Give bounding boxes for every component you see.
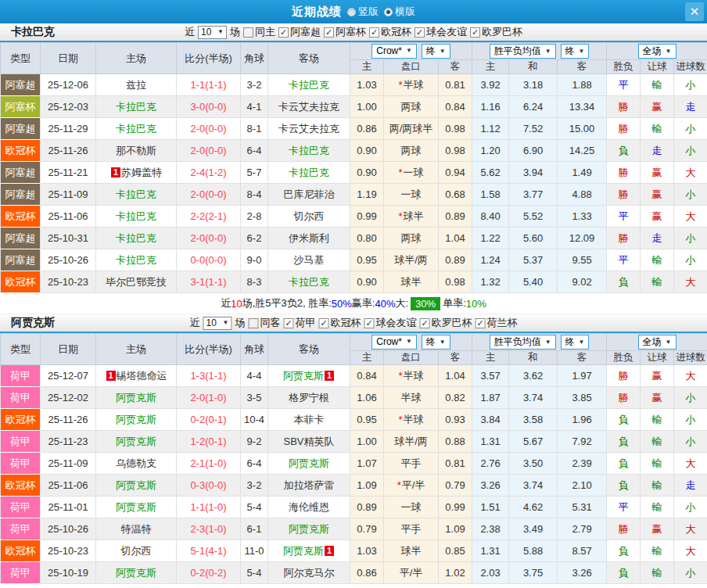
league-type-cell: 阿塞超 <box>1 184 41 206</box>
odds-source-dropdown[interactable]: 终▼ <box>561 335 590 350</box>
odds-source-dropdown[interactable]: Crow*▼ <box>371 44 417 59</box>
recent-count-select[interactable]: 10▼ <box>198 26 227 39</box>
odds-dropdown-group: 胜平负均值▼终▼ <box>472 334 607 351</box>
half-time-score: (1-0) <box>205 392 226 403</box>
odds-source-dropdown[interactable]: Crow*▼ <box>371 335 417 350</box>
corner-cell: 3-5 <box>241 387 268 409</box>
sub-column-header: 客 <box>558 60 607 74</box>
home-team-cell: 兹拉 <box>96 74 177 96</box>
handicap-cell: 平/半 <box>384 562 439 584</box>
crow-away-odds: 0.89 <box>439 206 472 228</box>
league-type-cell: 阿塞杯 <box>1 96 41 118</box>
corner-cell: 3-2 <box>241 475 268 497</box>
result-cell: 負 <box>607 409 641 431</box>
league-filter-checkbox[interactable]: ✓欧冠杯 <box>319 316 361 330</box>
league-filter-checkbox[interactable]: ✓球会友谊 <box>364 316 417 330</box>
odds-source-dropdown[interactable]: 终▼ <box>422 44 450 59</box>
same-venue-checkbox[interactable]: 同客 <box>249 316 281 330</box>
checkbox-checked-icon[interactable]: ✓ <box>278 27 289 38</box>
chevron-down-icon: ▼ <box>440 48 446 55</box>
checkbox-checked-icon[interactable]: ✓ <box>476 318 486 328</box>
date-cell: 25-11-21 <box>41 162 96 184</box>
crow-home-odds: 1.07 <box>350 453 384 475</box>
handicap-result-cell: 輸 <box>641 118 674 140</box>
column-header: 类型 <box>1 43 41 74</box>
odds-source-dropdown[interactable]: 全场▼ <box>638 44 676 59</box>
avg-draw-odds: 3.77 <box>509 184 558 206</box>
league-filter-checkbox[interactable]: ✓荷甲 <box>284 316 316 330</box>
layout-radio-vertical[interactable]: 竖版 <box>347 5 379 19</box>
avg-away-odds: 1.49 <box>558 162 607 184</box>
checkbox-icon[interactable] <box>243 27 253 38</box>
date-cell: 25-11-26 <box>41 409 96 431</box>
handicap-value: 两球 <box>401 232 422 244</box>
checkbox-checked-icon[interactable]: ✓ <box>415 27 425 38</box>
checkbox-checked-icon[interactable]: ✓ <box>324 27 334 38</box>
checkbox-checked-icon[interactable]: ✓ <box>364 318 375 328</box>
result-cell: 負 <box>607 540 641 562</box>
checkbox-checked-icon[interactable]: ✓ <box>319 318 329 328</box>
crow-home-odds: 0.95 <box>350 409 384 431</box>
checkbox-checked-icon[interactable]: ✓ <box>284 318 294 328</box>
same-venue-checkbox[interactable]: 同主 <box>243 25 275 39</box>
league-filter-checkbox[interactable]: ✓阿塞杯 <box>324 25 366 39</box>
layout-radio-horizontal[interactable]: 横版 <box>384 5 415 19</box>
avg-home-odds: 1.31 <box>472 540 509 562</box>
match-table: 类型日期主场比分(半场)角球客场Crow*▼终▼胜平负均值▼终▼全场▼主盘口客主… <box>0 42 707 293</box>
checkbox-checked-icon[interactable]: ✓ <box>369 27 379 38</box>
half-time-score: (1-2) <box>205 167 226 178</box>
radio-horizontal-label: 横版 <box>395 5 415 19</box>
sub-column-header: 和 <box>509 60 558 74</box>
avg-home-odds: 3.57 <box>472 365 509 387</box>
corner-cell: 9-2 <box>241 431 268 453</box>
handicap-result-cell: 赢 <box>641 518 674 540</box>
handicap-value: 平/半 <box>400 567 423 579</box>
column-header: 日期 <box>41 334 96 365</box>
odds-source-dropdown[interactable]: 终▼ <box>561 44 590 59</box>
league-type-cell: 荷甲 <box>1 497 41 518</box>
recent-count-value: 10 <box>201 27 211 38</box>
radio-horizontal-icon[interactable] <box>384 8 393 16</box>
avg-away-odds: 2.39 <box>558 453 607 475</box>
odds-source-dropdown[interactable]: 胜平负均值▼ <box>490 335 556 350</box>
close-button[interactable]: ✕ <box>685 2 704 21</box>
crow-away-odds: 1.04 <box>439 365 472 387</box>
checkbox-checked-icon[interactable]: ✓ <box>470 27 480 38</box>
full-time-score: 1-3 <box>190 370 205 382</box>
away-team-cell: 加拉塔萨雷 <box>268 475 350 497</box>
away-team-cell: 卡云艾夫拉克 <box>268 118 350 140</box>
odds-source-dropdown[interactable]: 全场▼ <box>638 335 676 350</box>
league-type-cell: 阿塞超 <box>1 249 41 271</box>
team-name: 卡拉巴克 <box>11 25 55 39</box>
corner-cell: 5-4 <box>241 497 268 518</box>
radio-vertical-icon[interactable] <box>347 8 356 16</box>
away-team-cell: 卡拉巴克 <box>268 140 350 162</box>
home-team-cell: 卡拉巴克 <box>96 228 177 249</box>
summary-part: 场,胜5平3负2, 胜率: <box>242 296 332 310</box>
league-filter-checkbox[interactable]: ✓欧罗巴杯 <box>420 316 472 330</box>
handicap-value: 平/半 <box>402 479 425 491</box>
odds-source-dropdown[interactable]: 终▼ <box>422 335 450 350</box>
league-type-cell: 荷甲 <box>1 562 41 584</box>
league-filter-checkbox[interactable]: ✓阿塞超 <box>278 25 321 39</box>
score-cell: 2-4(1-2) <box>177 162 241 184</box>
corner-cell: 5-4 <box>241 562 268 584</box>
league-filter-checkbox[interactable]: ✓荷兰杯 <box>476 316 518 330</box>
checkbox-checked-icon[interactable]: ✓ <box>420 318 430 328</box>
result-cell: 負 <box>607 271 641 293</box>
league-filter-checkbox[interactable]: ✓欧罗巴杯 <box>470 25 522 39</box>
handicap-result-cell: 走 <box>641 140 674 162</box>
checkbox-icon[interactable] <box>249 318 259 328</box>
filters: 近10▼场同主✓阿塞超✓阿塞杯✓欧冠杯✓球会友谊✓欧罗巴杯 <box>185 25 522 39</box>
goals-result-cell: 走 <box>674 96 707 118</box>
league-filter-checkbox[interactable]: ✓球会友谊 <box>415 25 467 39</box>
league-filter-checkbox[interactable]: ✓欧冠杯 <box>369 25 411 39</box>
result-cell: 勝 <box>607 162 641 184</box>
odds-source-dropdown[interactable]: 胜平负均值▼ <box>490 44 556 59</box>
half-time-score: (0-0) <box>205 101 226 113</box>
handicap-result-cell: 輸 <box>641 540 674 562</box>
score-cell: 1-3(1-1) <box>177 365 241 387</box>
recent-count-select[interactable]: 10▼ <box>203 317 232 330</box>
date-cell: 25-10-23 <box>41 271 96 293</box>
crow-home-odds: 0.89 <box>350 497 384 518</box>
